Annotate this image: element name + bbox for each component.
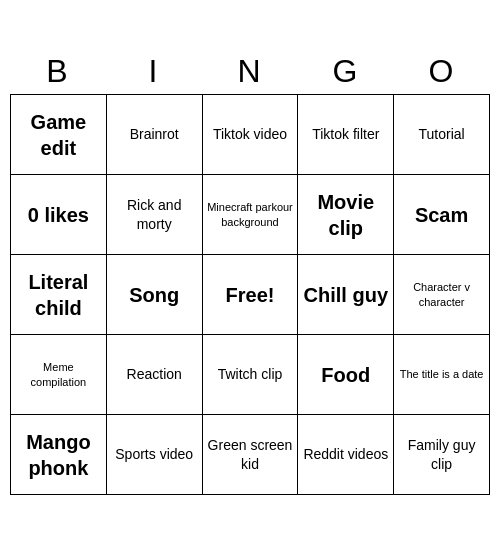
bingo-header: B I N G O (10, 49, 490, 94)
bingo-cell-20[interactable]: Mango phonk (11, 415, 107, 495)
bingo-grid: Game editBrainrotTiktok videoTiktok filt… (10, 94, 490, 495)
bingo-cell-6[interactable]: Rick and morty (107, 175, 203, 255)
bingo-cell-1[interactable]: Brainrot (107, 95, 203, 175)
bingo-cell-22[interactable]: Green screen kid (203, 415, 299, 495)
bingo-cell-19[interactable]: The title is a date (394, 335, 490, 415)
header-n: N (202, 49, 298, 94)
bingo-cell-2[interactable]: Tiktok video (203, 95, 299, 175)
bingo-card: B I N G O Game editBrainrotTiktok videoT… (10, 49, 490, 495)
bingo-cell-13[interactable]: Chill guy (298, 255, 394, 335)
bingo-cell-11[interactable]: Song (107, 255, 203, 335)
bingo-cell-14[interactable]: Character v character (394, 255, 490, 335)
bingo-cell-12[interactable]: Free! (203, 255, 299, 335)
bingo-cell-9[interactable]: Scam (394, 175, 490, 255)
bingo-cell-18[interactable]: Food (298, 335, 394, 415)
bingo-cell-23[interactable]: Reddit videos (298, 415, 394, 495)
bingo-cell-24[interactable]: Family guy clip (394, 415, 490, 495)
header-o: O (394, 49, 490, 94)
bingo-cell-8[interactable]: Movie clip (298, 175, 394, 255)
header-b: B (10, 49, 106, 94)
bingo-cell-3[interactable]: Tiktok filter (298, 95, 394, 175)
bingo-cell-4[interactable]: Tutorial (394, 95, 490, 175)
bingo-cell-17[interactable]: Twitch clip (203, 335, 299, 415)
bingo-cell-21[interactable]: Sports video (107, 415, 203, 495)
header-g: G (298, 49, 394, 94)
bingo-cell-7[interactable]: Minecraft parkour background (203, 175, 299, 255)
bingo-cell-0[interactable]: Game edit (11, 95, 107, 175)
bingo-cell-10[interactable]: Literal child (11, 255, 107, 335)
bingo-cell-16[interactable]: Reaction (107, 335, 203, 415)
bingo-cell-5[interactable]: 0 likes (11, 175, 107, 255)
bingo-cell-15[interactable]: Meme compilation (11, 335, 107, 415)
header-i: I (106, 49, 202, 94)
